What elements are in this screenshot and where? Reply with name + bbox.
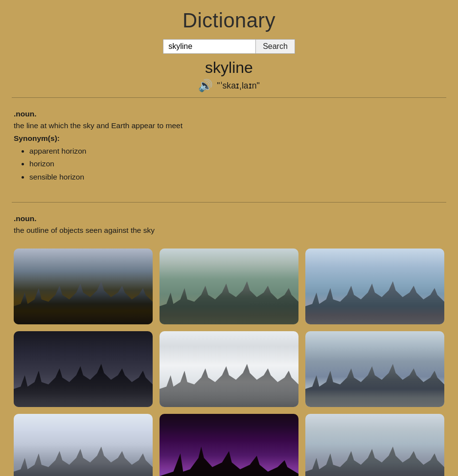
speaker-icon[interactable]: 🔊: [198, 79, 213, 92]
definition-section-2: .noun. the outline of objects seen again…: [0, 207, 458, 244]
word-term: skyline: [0, 59, 458, 77]
skyline-image-4[interactable]: [14, 331, 153, 407]
skyline-image-6[interactable]: [305, 331, 444, 407]
synonyms-list-1: apparent horizon horizon sensible horizo…: [14, 145, 444, 183]
part-of-speech-1: .noun.: [14, 110, 444, 118]
list-item: horizon: [29, 158, 444, 170]
definition-text-1: the line at which the sky and Earth appe…: [14, 121, 444, 130]
image-grid: [0, 244, 458, 476]
synonyms-label-1: Synonym(s):: [14, 134, 444, 143]
search-button[interactable]: Search: [256, 39, 295, 54]
skyline-image-8[interactable]: [160, 414, 298, 476]
skyline-image-2[interactable]: [160, 249, 298, 324]
skyline-image-3[interactable]: [305, 249, 444, 324]
divider-2: [12, 202, 446, 203]
search-input[interactable]: [163, 39, 256, 54]
divider-1: [12, 97, 446, 98]
search-bar: Search: [0, 39, 458, 54]
part-of-speech-2: .noun.: [14, 214, 444, 223]
definition-section-1: .noun. the line at which the sky and Ear…: [0, 103, 458, 188]
skyline-image-7[interactable]: [14, 414, 153, 476]
skyline-image-1[interactable]: [14, 249, 153, 324]
page-title: Dictionary: [0, 0, 458, 39]
skyline-image-9[interactable]: [305, 414, 444, 476]
pronunciation-row: 🔊 "ˈskaɪˌlaɪn": [0, 79, 458, 92]
pronunciation-text: "ˈskaɪˌlaɪn": [217, 81, 259, 91]
list-item: sensible horizon: [29, 171, 444, 183]
definition-text-2: the outline of objects seen against the …: [14, 226, 444, 235]
skyline-image-5[interactable]: [160, 331, 298, 407]
list-item: apparent horizon: [29, 145, 444, 158]
